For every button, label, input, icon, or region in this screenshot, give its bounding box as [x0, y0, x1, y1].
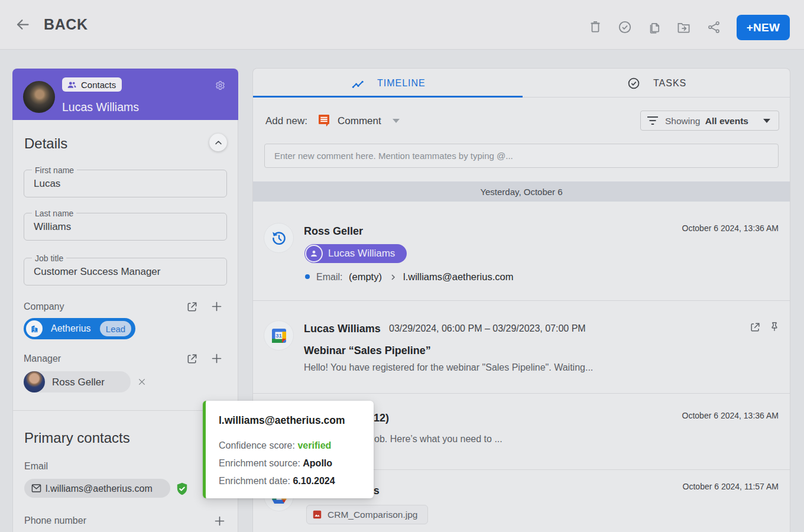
svg-text:31: 31 — [275, 332, 282, 339]
